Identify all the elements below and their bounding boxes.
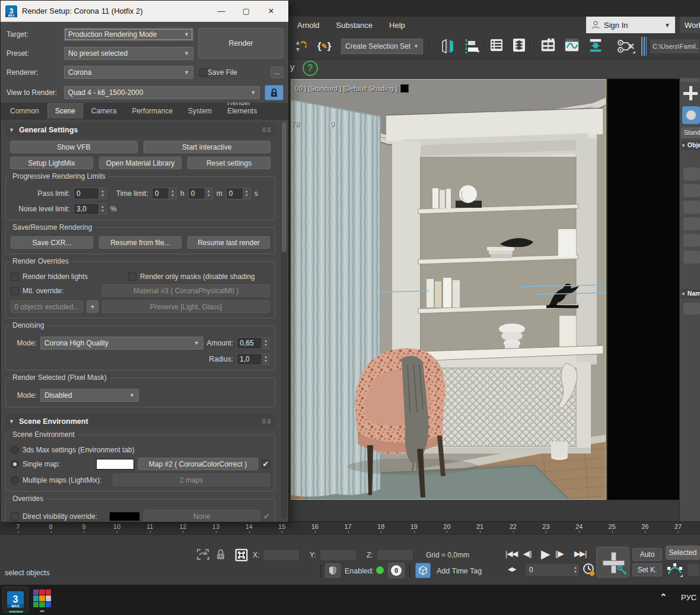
- key-tangents-icon[interactable]: [667, 562, 683, 578]
- dialog-scrollbar[interactable]: [281, 122, 287, 518]
- multiple-maps-radio[interactable]: [11, 476, 19, 484]
- primitive-button[interactable]: [683, 200, 700, 214]
- primitive-button[interactable]: [683, 217, 700, 231]
- reset-settings-button[interactable]: Reset settings: [187, 157, 271, 169]
- render-selected-mode-dropdown[interactable]: Disabled▼: [40, 389, 139, 402]
- camera-viewport[interactable]: 00 ] [Standard ] [Default Shading ] 78 0: [291, 79, 606, 500]
- security-shield-icon[interactable]: [325, 563, 341, 578]
- objects-excluded-button[interactable]: 0 objects excluded...: [11, 300, 83, 313]
- primitive-button[interactable]: [683, 183, 700, 198]
- mtl-override-checkbox[interactable]: [11, 287, 19, 295]
- show-vfb-button[interactable]: Show VFB: [10, 141, 138, 153]
- dialog-titlebar[interactable]: 3MAX Render Setup: Corona 11 (Hotfix 2) …: [1, 1, 288, 22]
- lightmix-maps-button[interactable]: 2 maps: [113, 474, 270, 486]
- isolate-selection-icon[interactable]: [196, 548, 210, 561]
- tray-expand-chevron[interactable]: ⌃: [660, 592, 667, 603]
- denoise-mode-dropdown[interactable]: Corona High Quality▼: [40, 337, 203, 350]
- go-to-start-button[interactable]: |◀◀: [505, 549, 517, 558]
- taskbar-winrar-button[interactable]: [33, 589, 51, 607]
- timeline-tick[interactable]: 9: [75, 523, 93, 530]
- tab-system[interactable]: System: [181, 104, 219, 119]
- timeline-tick[interactable]: 19: [405, 523, 423, 530]
- panel-grip[interactable]: [681, 78, 699, 82]
- timeline-tick[interactable]: 15: [273, 523, 291, 530]
- target-dropdown[interactable]: Production Rendering Mode▼: [64, 28, 193, 41]
- 3dsmax-settings-radio[interactable]: [11, 446, 19, 454]
- y-coordinate-input[interactable]: [320, 549, 357, 561]
- primitive-button[interactable]: [683, 233, 700, 248]
- scene-explorer-icon[interactable]: [511, 37, 527, 53]
- general-settings-rollout[interactable]: ▼ General Settings ⠿⠿: [5, 123, 275, 137]
- direct-visibility-map-button[interactable]: None: [144, 510, 260, 522]
- lock-view-button[interactable]: [265, 85, 284, 100]
- sign-in-button[interactable]: Sign In ▼: [586, 17, 675, 33]
- map-enabled-checkbox[interactable]: ✔: [262, 460, 270, 468]
- spinner-arrows[interactable]: ▲▼: [571, 565, 579, 575]
- pass-limit-spinner[interactable]: 0▲▼: [74, 188, 107, 199]
- named-selection-braces-icon[interactable]: {✎}: [317, 37, 331, 55]
- tab-common[interactable]: Common: [3, 104, 46, 119]
- direct-visibility-override-checkbox[interactable]: [11, 512, 19, 521]
- render-setup-icon[interactable]: [588, 37, 603, 53]
- timeline-tick[interactable]: 11: [141, 523, 159, 530]
- timeline-tick[interactable]: 23: [537, 523, 555, 530]
- mtl-override-material-button[interactable]: Material #3 ( CoronaPhysicalMtl ): [102, 284, 270, 297]
- view-to-render-dropdown[interactable]: Quad 4 - k6_1500-2000▼: [64, 86, 260, 99]
- menu-help[interactable]: Help: [381, 18, 413, 32]
- save-file-browse-button[interactable]: ...: [271, 66, 284, 78]
- timeline-tick[interactable]: 14: [240, 523, 258, 530]
- viewport-label[interactable]: 00 ] [Standard ] [Default Shading ]: [295, 84, 409, 93]
- name-color-rollout[interactable]: ▼ Name: [681, 289, 700, 299]
- scene-environment-rollout[interactable]: ▼ Scene Environment ⠿⠿: [5, 414, 275, 429]
- keyboard-language-indicator[interactable]: РУС: [681, 593, 696, 602]
- minimize-button[interactable]: —: [209, 2, 234, 20]
- noise-level-spinner[interactable]: 3,0▲▼: [74, 203, 107, 215]
- scrollbar-thumb[interactable]: [282, 122, 287, 252]
- maximize-button[interactable]: ▢: [234, 2, 259, 20]
- taskbar-3dsmax-button[interactable]: 3MAX: [2, 587, 28, 613]
- render-hidden-lights-checkbox[interactable]: [11, 272, 19, 281]
- denoise-amount-spinner[interactable]: 0,65▲▼: [237, 337, 270, 349]
- primitives-dropdown[interactable]: Standard Primitives: [682, 128, 700, 138]
- renderer-dropdown[interactable]: Corona▼: [64, 66, 193, 79]
- render-button[interactable]: Render: [198, 28, 284, 59]
- corona-help-icon[interactable]: ?: [303, 61, 318, 76]
- timeline-tick[interactable]: 21: [471, 523, 489, 530]
- frame-step-arrows[interactable]: ◀▶: [508, 566, 516, 572]
- tab-scene[interactable]: Scene: [47, 103, 83, 119]
- schematic-view-icon[interactable]: [616, 37, 636, 55]
- go-to-end-button[interactable]: ▶▶|: [574, 549, 586, 558]
- start-interactive-button[interactable]: Start interactive: [144, 141, 271, 153]
- manage-layers-icon[interactable]: [540, 37, 556, 53]
- denoise-radius-spinner[interactable]: 1,0▲▼: [237, 353, 270, 365]
- set-key-big-button[interactable]: [596, 547, 629, 578]
- save-file-checkbox[interactable]: [199, 68, 208, 77]
- clipped-field[interactable]: [687, 563, 700, 576]
- timeline-tick[interactable]: 8: [42, 523, 60, 530]
- timeline-tick[interactable]: 16: [306, 523, 324, 530]
- menu-arnold[interactable]: Arnold: [289, 18, 328, 32]
- add-exclusion-button[interactable]: +: [87, 300, 98, 313]
- timeline-tick[interactable]: 25: [603, 523, 621, 530]
- time-limit-h-spinner[interactable]: 0▲▼: [152, 188, 177, 199]
- set-key-button[interactable]: Set K.: [632, 563, 662, 576]
- time-configuration-icon[interactable]: [583, 563, 596, 577]
- timeline-tick[interactable]: 26: [636, 523, 654, 530]
- open-material-library-button[interactable]: Open Material Library: [99, 157, 182, 169]
- security-count-button[interactable]: 0: [388, 563, 405, 578]
- previous-frame-button[interactable]: ◀||: [523, 549, 532, 558]
- align-icon[interactable]: [462, 37, 480, 55]
- create-selection-set-dropdown[interactable]: Create Selection Set ▼: [341, 39, 423, 54]
- add-time-tag-label[interactable]: Add Time Tag: [437, 567, 482, 575]
- layer-explorer-icon[interactable]: [489, 37, 504, 53]
- timeline-tick[interactable]: 18: [372, 523, 390, 530]
- selected-filter-button[interactable]: Selected: [666, 546, 700, 560]
- direct-visibility-color-swatch[interactable]: [109, 512, 140, 521]
- next-frame-button[interactable]: ||▶: [555, 549, 564, 558]
- play-button[interactable]: ▶: [541, 547, 549, 561]
- selection-lock-icon[interactable]: [215, 548, 227, 561]
- close-button[interactable]: ✕: [259, 2, 284, 20]
- current-frame-spinner[interactable]: 0 ▲▼: [525, 563, 580, 576]
- x-coordinate-input[interactable]: [263, 549, 300, 561]
- geometry-category-button[interactable]: [682, 106, 700, 124]
